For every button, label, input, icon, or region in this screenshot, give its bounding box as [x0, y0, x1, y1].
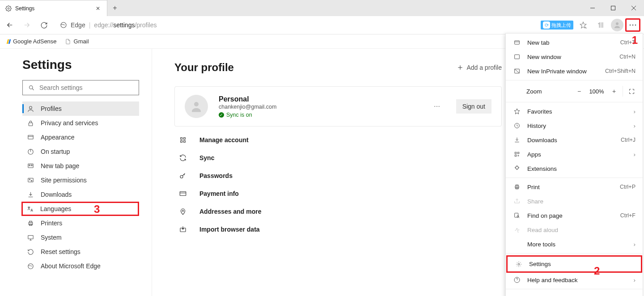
- search-icon: [28, 85, 35, 91]
- sidebar-item-label: Reset settings: [41, 248, 80, 255]
- action-payment[interactable]: Payment info: [174, 185, 502, 203]
- sidebar-item-permissions[interactable]: Site permissions: [22, 173, 139, 187]
- sidebar-item-label: Profiles: [41, 105, 62, 112]
- maximize-button[interactable]: [603, 0, 623, 16]
- profile-more-button[interactable]: ⋯: [431, 101, 444, 112]
- menu-more-tools[interactable]: More tools›: [506, 237, 643, 251]
- svg-rect-53: [515, 152, 516, 153]
- sidebar-item-label: Site permissions: [41, 177, 87, 184]
- sidebar-item-label: About Microsoft Edge: [41, 262, 101, 270]
- browser-tab[interactable]: Settings ✕: [0, 0, 107, 16]
- bookmark-label: Gmail: [74, 38, 89, 45]
- menu-history[interactable]: History›: [506, 118, 643, 133]
- svg-rect-39: [181, 141, 182, 143]
- menu-new-tab[interactable]: New tabCtrl+T: [506, 35, 643, 50]
- svg-rect-38: [184, 138, 186, 140]
- section-heading: Your profile: [174, 61, 449, 74]
- edge-icon: [60, 21, 67, 29]
- grid-icon: [27, 162, 34, 170]
- sidebar-item-label: Privacy and services: [41, 119, 98, 127]
- action-addresses[interactable]: Addresses and more: [174, 203, 502, 220]
- bookmark-label: Google AdSense: [13, 38, 57, 45]
- sidebar-item-appearance[interactable]: Appearance: [22, 130, 139, 144]
- menu-settings[interactable]: Settings: [506, 255, 642, 273]
- sidebar-item-profiles[interactable]: Profiles: [22, 101, 139, 116]
- svg-line-17: [32, 89, 34, 90]
- menu-new-window[interactable]: New windowCtrl+N: [506, 50, 643, 64]
- sidebar-item-about[interactable]: About Microsoft Edge: [22, 259, 139, 273]
- download-icon: [513, 136, 521, 144]
- tab-close-icon[interactable]: ✕: [93, 4, 102, 13]
- svg-rect-20: [28, 135, 33, 139]
- menu-new-inprivate[interactable]: New InPrivate windowCtrl+Shift+N: [506, 64, 643, 78]
- upload-badge[interactable]: ⟳拖拽上传: [541, 21, 573, 30]
- zoom-out-button[interactable]: −: [572, 85, 586, 98]
- address-bar[interactable]: Edge | edge://settings/profiles: [55, 18, 537, 32]
- annotation-2: 2: [594, 265, 600, 277]
- menu-find[interactable]: Find on pageCtrl+F: [506, 208, 643, 223]
- search-input[interactable]: Search settings: [22, 80, 139, 95]
- sign-out-button[interactable]: Sign out: [456, 99, 491, 114]
- sidebar-item-system[interactable]: System: [22, 230, 139, 245]
- read-aloud-icon: [513, 226, 521, 233]
- menu-print[interactable]: PrintCtrl+P: [506, 180, 643, 194]
- menu-label: History: [527, 123, 627, 129]
- svg-point-27: [29, 179, 30, 180]
- add-profile-button[interactable]: Add a profile: [457, 64, 502, 71]
- profile-avatar-button[interactable]: [611, 19, 623, 31]
- chevron-right-icon: ›: [634, 108, 636, 115]
- favorite-star-button[interactable]: [575, 17, 591, 33]
- menu-label: Extensions: [527, 165, 636, 172]
- svg-marker-51: [514, 109, 520, 114]
- menu-apps[interactable]: Apps›: [506, 147, 643, 161]
- sidebar-item-startup[interactable]: On startup: [22, 144, 139, 159]
- sidebar-item-reset[interactable]: Reset settings: [22, 245, 139, 259]
- svg-rect-40: [184, 141, 186, 143]
- tab-title: Settings: [15, 5, 34, 12]
- sidebar-item-label: Downloads: [41, 191, 72, 198]
- svg-rect-24: [29, 165, 30, 165]
- action-import[interactable]: Import browser data: [174, 220, 502, 238]
- chevron-right-icon: ›: [634, 277, 636, 283]
- minimize-button[interactable]: [582, 0, 603, 16]
- gear-icon: [5, 5, 12, 12]
- svg-point-28: [31, 180, 32, 181]
- svg-rect-55: [515, 155, 516, 156]
- sidebar-item-newtab[interactable]: New tab page: [22, 159, 139, 173]
- action-passwords[interactable]: Passwords: [174, 167, 502, 185]
- menu-close-edge[interactable]: Close Microsoft Edge: [506, 291, 643, 296]
- menu-downloads[interactable]: DownloadsCtrl+J: [506, 133, 643, 147]
- bookmark-adsense[interactable]: Google AdSense: [7, 38, 57, 45]
- action-sync[interactable]: Sync: [174, 149, 502, 167]
- sidebar-item-languages[interactable]: Languages: [21, 202, 139, 216]
- action-manage-account[interactable]: Manage account: [174, 131, 502, 149]
- sidebar-item-privacy[interactable]: Privacy and services: [22, 116, 139, 130]
- sidebar-item-printers[interactable]: Printers: [22, 216, 139, 230]
- menu-shortcut: Ctrl+J: [621, 137, 636, 143]
- back-button[interactable]: [2, 17, 18, 33]
- menu-label: Read aloud: [527, 227, 636, 233]
- zoom-in-button[interactable]: +: [607, 85, 621, 98]
- menu-favorites[interactable]: Favorites›: [506, 104, 643, 118]
- reset-icon: [27, 248, 34, 256]
- fullscreen-button[interactable]: [625, 85, 638, 98]
- action-label: Addresses and more: [199, 208, 262, 215]
- star-icon: [513, 108, 521, 115]
- more-menu-button[interactable]: [625, 18, 640, 32]
- refresh-button[interactable]: [36, 17, 52, 33]
- close-window-button[interactable]: [623, 0, 644, 16]
- menu-extensions[interactable]: Extensions: [506, 161, 643, 176]
- svg-point-14: [632, 25, 634, 26]
- new-tab-button[interactable]: +: [107, 0, 123, 16]
- menu-help[interactable]: Help and feedback›: [506, 273, 643, 287]
- annotation-1: 1: [632, 34, 638, 47]
- svg-point-12: [616, 22, 619, 25]
- svg-rect-59: [516, 185, 518, 186]
- settings-sidebar: Settings Search settings Profiles Privac…: [0, 49, 152, 296]
- sidebar-item-downloads[interactable]: Downloads: [22, 187, 139, 202]
- forward-button[interactable]: [19, 17, 35, 33]
- svg-rect-26: [28, 178, 33, 182]
- collections-button[interactable]: [593, 17, 609, 33]
- chevron-right-icon: ›: [634, 241, 636, 248]
- bookmark-gmail[interactable]: Gmail: [65, 38, 89, 45]
